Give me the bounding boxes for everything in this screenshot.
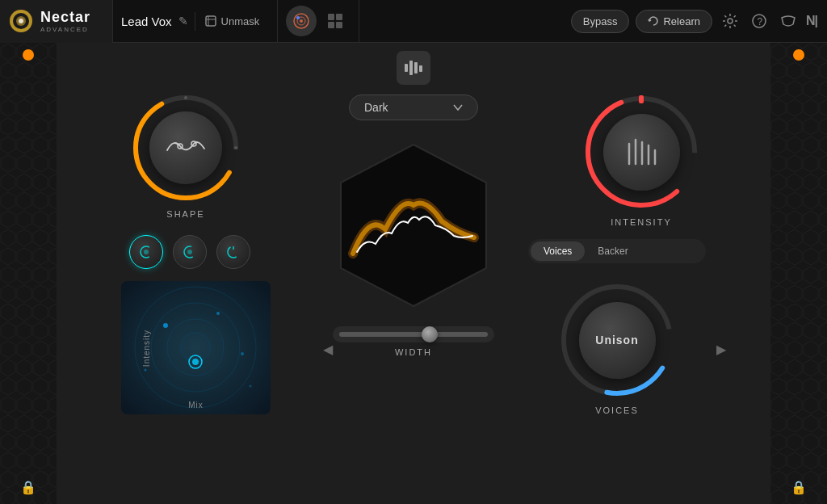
indicator-top-right xyxy=(793,49,804,61)
xy-intensity-label: Intensity xyxy=(142,329,151,366)
bypass-button[interactable]: Bypass xyxy=(571,10,630,33)
voices-value: Unison xyxy=(595,334,638,346)
svg-rect-45 xyxy=(414,62,418,74)
svg-rect-59 xyxy=(770,43,827,504)
svg-rect-43 xyxy=(405,64,408,72)
mode-tabs: Voices Backer xyxy=(528,239,706,263)
svg-rect-50 xyxy=(639,95,644,103)
center-section: Dark xyxy=(300,43,527,357)
modules-tab-icon xyxy=(326,12,344,30)
svg-point-34 xyxy=(167,319,224,376)
svg-point-27 xyxy=(144,250,149,254)
content-area: SHAPE xyxy=(57,43,770,504)
width-slider-thumb[interactable] xyxy=(422,326,438,342)
svg-rect-19 xyxy=(0,43,57,504)
mini-knob-2[interactable] xyxy=(173,235,207,269)
intensity-icon xyxy=(621,136,661,168)
right-section: INTENSITY Voices Backer xyxy=(528,91,706,415)
voices-tab[interactable]: Voices xyxy=(531,242,585,261)
relearn-label: Relearn xyxy=(663,15,700,27)
shape-knob-wrap: SHAPE xyxy=(121,91,250,219)
shape-knob-ring[interactable] xyxy=(129,91,242,204)
xy-pad[interactable]: Intensity Mix xyxy=(121,281,271,414)
app-name: Nectar xyxy=(40,9,90,26)
svg-point-32 xyxy=(135,287,256,408)
mini-knob-3[interactable] xyxy=(216,235,250,269)
header: Nectar ADVANCED Lead Vox ✎ Unmask xyxy=(0,0,827,43)
logo-area: Nectar ADVANCED xyxy=(0,0,113,43)
svg-point-9 xyxy=(300,19,303,23)
svg-rect-14 xyxy=(336,22,342,28)
svg-rect-13 xyxy=(328,22,334,28)
right-side-panel: 🔒 xyxy=(770,43,827,504)
tab-visualizer[interactable] xyxy=(286,6,317,36)
voices-knob-body[interactable]: Unison xyxy=(579,302,656,379)
svg-rect-46 xyxy=(419,65,422,72)
svg-point-42 xyxy=(192,359,199,365)
bypass-label: Bypass xyxy=(583,15,618,27)
shape-icon xyxy=(166,134,206,162)
unmask-button[interactable]: Unmask xyxy=(195,12,270,31)
ni-logo: N| xyxy=(806,14,817,28)
intensity-knob-wrap: INTENSITY xyxy=(577,91,706,227)
svg-point-15 xyxy=(728,19,733,23)
svg-point-23 xyxy=(234,146,237,149)
main-content: 🔒 xyxy=(0,43,827,504)
hex-display-svg xyxy=(321,132,506,318)
voices-knob-wrap: Unison VOICES xyxy=(528,279,706,415)
edit-icon[interactable]: ✎ xyxy=(178,15,188,27)
svg-point-38 xyxy=(241,352,244,355)
style-value: Dark xyxy=(364,101,388,114)
svg-point-10 xyxy=(296,16,300,19)
svg-point-36 xyxy=(163,323,168,328)
svg-point-33 xyxy=(151,303,240,392)
svg-point-29 xyxy=(187,250,192,254)
chevron-down-icon xyxy=(453,104,463,111)
xy-mix-label: Mix xyxy=(188,401,204,410)
width-slider-track xyxy=(339,332,488,337)
mini-knob-3-icon xyxy=(225,244,241,260)
mini-knob-1[interactable] xyxy=(129,235,163,269)
module-icon[interactable] xyxy=(397,51,430,85)
indicator-top-left xyxy=(23,49,34,61)
help-icon[interactable]: ? xyxy=(748,10,770,32)
shape-knob-body[interactable] xyxy=(149,111,222,184)
settings-icon[interactable] xyxy=(719,10,741,32)
voices-knob-ring[interactable]: Unison xyxy=(556,279,678,401)
intensity-knob-ring[interactable] xyxy=(581,91,702,212)
svg-point-37 xyxy=(216,312,220,315)
lock-icon-left[interactable]: 🔒 xyxy=(20,480,36,496)
unmask-icon xyxy=(205,15,216,27)
left-side-panel: 🔒 xyxy=(0,43,57,504)
svg-point-22 xyxy=(184,96,187,99)
voices-next-button[interactable]: ▶ xyxy=(716,342,726,357)
tab-modules[interactable] xyxy=(320,6,351,36)
toolbar-right: Bypass Relearn ? N| xyxy=(561,10,827,33)
width-slider[interactable] xyxy=(333,326,494,342)
svg-rect-11 xyxy=(328,14,334,20)
hex-texture-right xyxy=(770,43,827,504)
intensity-label: INTENSITY xyxy=(611,217,671,227)
width-section: WIDTH xyxy=(333,326,494,357)
svg-point-39 xyxy=(145,369,147,372)
style-selector[interactable]: Dark xyxy=(349,94,478,120)
intensity-knob-body[interactable] xyxy=(603,114,680,191)
backer-tab[interactable]: Backer xyxy=(585,242,640,261)
unmask-label: Unmask xyxy=(221,15,260,27)
voices-prev-button[interactable]: ◀ xyxy=(323,342,333,357)
midi-icon[interactable] xyxy=(777,10,800,32)
app-subtitle: ADVANCED xyxy=(40,26,90,33)
relearn-button[interactable]: Relearn xyxy=(636,10,712,33)
svg-marker-47 xyxy=(341,145,486,306)
module-bars-icon xyxy=(403,59,424,77)
logo-text: Nectar ADVANCED xyxy=(40,9,90,33)
width-label: WIDTH xyxy=(395,347,432,357)
svg-point-3 xyxy=(19,19,23,23)
lock-icon-right[interactable]: 🔒 xyxy=(791,480,807,496)
preset-area: Lead Vox ✎ Unmask xyxy=(113,0,278,43)
relearn-icon xyxy=(648,15,659,27)
voices-label: VOICES xyxy=(595,405,639,415)
hex-display xyxy=(321,132,506,318)
mini-knob-2-icon xyxy=(182,244,198,260)
mini-knob-1-icon xyxy=(138,244,154,260)
